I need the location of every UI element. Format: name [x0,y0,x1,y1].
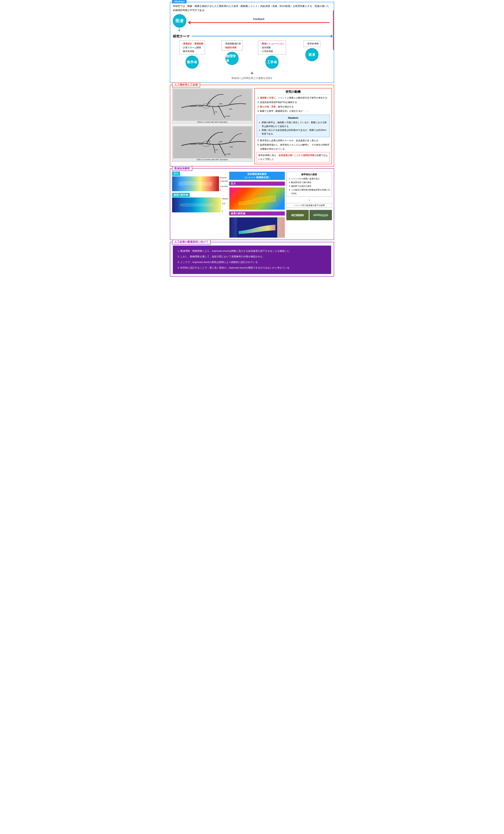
motivation-box: 研究の動機 施術数ヶ月後に，シャントと静脈との吻合部付近で狭窄が発生する. 経皮… [255,88,332,164]
pressure-svg [172,176,219,191]
velocity-scale: Velocity 0.22 0 [222,197,228,212]
engineer-bubble: 工学者 [265,56,279,69]
motivation-list-2: 狭窄発生に必要な時間スケールや，血流速度が全く異なる. 臨床医療現場から，狭窄発… [260,139,330,151]
optimal-list: 数値実験・動物実験により，Improved shuntは静脈に流入する血流速度を… [180,248,327,270]
theme-row: 研究テーマ [173,34,331,39]
role-doctor: ・医学的考察 医者 [293,41,331,61]
pressure-image [172,176,219,191]
role-mathematician: ・最適設計・最適制御 ・計算スキーム開発 ・数学的考察 数学者 [173,41,211,69]
down-arrow [177,28,331,32]
stenosis-result: シャント内で血流速の低下が必用 [286,203,332,208]
theme-arrow [192,36,331,37]
stenosis-cause-3: 渦内部では低圧が発生 [291,184,330,188]
dsa-images: A Basilic vein #1 BR UL [172,88,253,164]
shunt-tube-svg-2 [313,211,328,220]
flow-pressure-label: 圧力 [229,181,285,186]
dsa-svg-b: Basilic vein #1 BR UL RA Graft [173,127,251,158]
velocity-block: 速度の絶対値 Velocity 0.22 0 [172,193,228,212]
numerical-center: 流体構造連性解析（シャント-静脈吻合部） 圧力 速度の絶対値 [229,172,285,238]
velocity-svg [172,197,221,212]
svg-text:BR: BR [219,141,222,142]
flow-velocity-label: 速度の絶対値 [229,212,285,216]
stenosis-cause-2: 吻合部付近で渦の発生 [291,181,330,184]
flow-pressure-image [229,188,285,210]
hemodialysis-section: 人工透析用人工血管 A B [170,85,334,167]
motivation-item-5: 狭窄発生に必要な時間スケールや，血流速度が全く異なる. [260,139,330,143]
doctor-bubble-bottom: 医者 [305,48,319,61]
motivation-item-4: 動脈でも狭窄（動脈硬化等）が発生するが・・・ [260,109,330,113]
optimal-section: 人工血管の最適形状に向けて 数値実験・動物実験により，Improved shun… [170,242,334,277]
center-title: 流体構造連性解析（シャント-静脈吻合部） [229,172,285,180]
theme-label: 研究テーマ [173,34,190,39]
optimal-tag: 人工血管の最適形状に向けて [172,240,211,244]
dsa-image-b: B Basilic vein #1 BR UL RA [172,126,253,161]
notation-list: 静脈の狭窄は，施術数ヶ月後に発生しているが，動脈における狭窄は数年間かけて成長す… [262,120,328,136]
flow-velocity-image [229,217,285,238]
dsa-caption-b: DSA at 3 months after AVG Operation [173,159,251,161]
hemodialysis-tag: 人工透析用人工血管 [172,83,200,87]
numerical-inner: 圧力 Pressure 1.23e+004 -1.6e+003 0 [172,172,332,238]
abstract-tag: Abstract [172,0,187,3]
svg-rect-17 [291,214,304,217]
stenosis-cause-box: 狭窄発生の原因 シャントから静脈に血液が流入 吻合部付近で渦の発生 渦内部では低… [286,172,332,197]
numerical-left: 圧力 Pressure 1.23e+004 -1.6e+003 0 [172,172,228,212]
svg-text:#1: #1 [208,140,211,142]
plus-sign: ＋ [173,69,331,76]
stenosis-cause-title: 狭窄発生の原因 [288,173,330,176]
doctor-box: ・医学的考察 [304,41,320,47]
svg-text:Basilic vein: Basilic vein [190,143,202,145]
velocity-display: Velocity 0.22 0 [172,197,228,212]
notation-box: !Notation! 静脈の狭窄は，施術数ヶ月後に発生しているが，動脈における狭… [257,115,330,137]
medical-note-box: 医学的考察に加え，血流速度が速いことから物理的考察が必要ではないかと予想した. [257,152,330,162]
pressure-display: Pressure 1.23e+004 -1.6e+003 0 [172,176,228,191]
optimal-content: 数値実験・動物実験により，Improved shuntは静脈に流入する血流速度を… [173,246,331,274]
notation-title: !Notation! [259,116,328,120]
flow-velocity-svg [229,217,285,238]
pressure-scale: Pressure 1.23e+004 -1.6e+003 0 [220,176,228,191]
dsa-caption-a: DSA at 1 month after AVG Operation [173,121,251,123]
feedback-arrow [188,21,330,24]
notation-item-2: 静脈に流入する血流速度は約秒速2mであるが，動脈では約30cm程度である. [262,128,328,136]
hemodialysis-inner: A Basilic vein #1 BR UL [172,88,332,164]
dsa-placeholder-a: A Basilic vein #1 BR UL [173,89,251,121]
velocity-image [172,197,221,212]
engineer-box: ・数値シミュレーション ・室内実験 ・工学的考察 [258,41,286,54]
motivation-item-3: 数カ月後，再度，狭窄が発生する. [260,105,330,109]
stenosis-list: シャントから静脈に血液が流入 吻合部付近で渦の発生 渦内部では低圧が発生 この低… [291,177,330,195]
optimal-item-2: しかし，動物実験を通して，急拡大部において老廃物等の付着が確認された. [180,254,327,259]
shunt-img-1 [286,210,309,220]
abstract-section: Abstract 本研究では，動脈・静脈を接続させた人工透析用の人工血管（動静脈… [170,2,334,83]
roles-grid: ・最適設計・最適制御 ・計算スキーム開発 ・数学的考察 数学者 ・高精度数値計算… [173,41,331,69]
svg-text:BR: BR [219,103,222,105]
mathematician-box: ・最適設計・最適制御 ・計算スキーム開発 ・数学的考察 [179,41,205,54]
numerical-right: 狭窄発生の原因 シャントから静脈に血液が流入 吻合部付近で渦の発生 渦内部では低… [286,172,332,220]
svg-rect-8 [173,127,251,158]
svg-text:UL: UL [215,111,217,113]
future-text: 将来的には民間企業との連携を目指す [173,76,331,80]
motivation-title: 研究の動機 [257,90,330,95]
svg-text:RA: RA [229,146,233,148]
svg-rect-0 [173,89,251,121]
optimal-item-1: 数値実験・動物実験により，Improved shuntは静脈に流入する血流速度を… [180,248,327,254]
physicist-bubble: 物理学者 [225,52,239,65]
optimal-item-3: ところで，Improved shuntの形状は医師により経験的に設計されている. [180,260,327,265]
physicist-box: ・高精度数値計算 ・物理的考察 [221,41,243,51]
shunt-images [286,210,332,220]
motivation-item-6: 臨床医療現場から，狭窄発生メカニズムの解明と，その発生の抑制手法構築が求められて… [260,143,330,151]
svg-text:RA: RA [229,108,232,110]
mathematician-bubble: 数学者 [185,56,199,69]
numerical-section: 数値血体解析 圧力 Pressure 1.23e+004 [170,168,334,240]
motivation-list: 施術数ヶ月後に，シャントと静脈との吻合部付近で狭窄が発生する. 経皮的血管形成手… [260,96,330,113]
role-engineer: ・数値シミュレーション ・室内実験 ・工学的考察 工学者 [253,41,291,69]
svg-text:Graft: Graft [225,153,231,155]
dsa-placeholder-b: B Basilic vein #1 BR UL RA [173,127,251,158]
svg-text:Graft: Graft [225,115,230,117]
dsa-image-a: A Basilic vein #1 BR UL [172,88,253,124]
pressure-label: 圧力 [172,172,180,176]
stenosis-cause-1: シャントから静脈に血液が流入 [291,177,330,181]
numerical-tag: 数値血体解析 [172,166,192,171]
svg-text:Basilic vein: Basilic vein [190,106,202,107]
pressure-block: 圧力 Pressure 1.23e+004 -1.6e+003 0 [172,172,228,191]
stenosis-cause-4: この低圧が弾性体の静脈血管壁を内側に引き込む [291,188,330,196]
svg-rect-18 [294,215,296,216]
